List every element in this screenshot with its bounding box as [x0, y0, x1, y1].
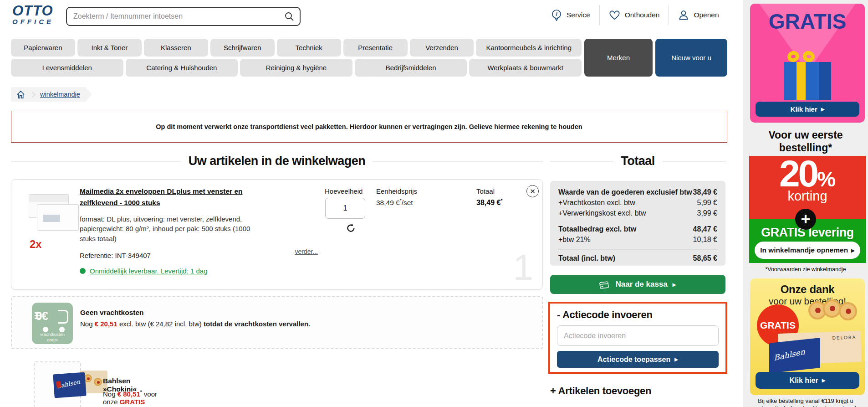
nav-row-2: Levensmiddelen Catering & Huishouden Rei… — [11, 59, 582, 77]
totals-heading: Totaal — [621, 154, 655, 168]
discount-word: korting — [749, 189, 866, 204]
free-shipping-banner: 0€ vrachtkostengratis Geen vrachtkosten … — [11, 296, 543, 349]
nav-klasseren[interactable]: Klasseren — [144, 39, 208, 57]
checkout-button[interactable]: Naar de kassa ▶ — [550, 275, 725, 294]
otto-office-logo[interactable]: OTTO OFFICE — [12, 4, 54, 26]
product-reference: Referentie: INT-349407 — [80, 252, 151, 259]
first-order-text: Voor uw eerste bestelling* — [743, 129, 868, 154]
totals-row: +Verwerkingskost excl. btw3,99 € — [558, 208, 717, 218]
add-offer-to-cart-button[interactable]: In winkelmandje opnemen ▶ — [755, 242, 860, 259]
refresh-icon[interactable] — [346, 223, 356, 233]
banner1-cta-button[interactable]: Klik hier ▶ — [756, 102, 859, 117]
availability-link[interactable]: Onmiddellijk leverbaar. Levertijd: 1 dag — [90, 267, 207, 275]
amount-remaining: € 20,51 — [95, 320, 117, 328]
cart-item-card: 2x Mailmedia 2x enveloppen DLplus met ve… — [11, 179, 543, 290]
nav-werkplaats[interactable]: Werkplaats & bouwmarkt — [469, 59, 582, 77]
checkout-label: Naar de kassa — [615, 280, 667, 289]
arrow-icon: ▶ — [673, 282, 676, 287]
totals-row: Waarde van de goederen exclusief btw38,4… — [558, 187, 717, 197]
unit-price-value: 38,49 €*/set — [376, 198, 417, 207]
product-title-link[interactable]: Mailmedia 2x enveloppen DLplus met venst… — [80, 186, 262, 209]
gift-promo-text: Nog € 80,51* voor onze GRATIS DANKJEWEL … — [103, 390, 158, 407]
availability-row: Onmiddellijk leverbaar. Levertijd: 1 dag — [80, 267, 207, 275]
nav-levensmiddelen[interactable]: Levensmiddelen — [11, 59, 123, 77]
breadcrumb-separator — [30, 92, 36, 98]
truck-icon: 0€ vrachtkostengratis — [32, 303, 73, 344]
nav-catering[interactable]: Catering & Huishouden — [126, 59, 238, 77]
info-icon: i — [551, 9, 562, 21]
openen-label: Openen — [694, 11, 719, 19]
product-info: Mailmedia 2x enveloppen DLplus met venst… — [80, 186, 262, 244]
svg-text:i: i — [556, 11, 557, 17]
card-icon — [599, 280, 610, 289]
plus-icon: + — [795, 209, 816, 230]
breadcrumb: winkelmandje — [11, 87, 92, 102]
logo-line2: OFFICE — [12, 18, 54, 26]
search-icon[interactable] — [284, 11, 294, 21]
actiecode-apply-button[interactable]: Actiecode toepassen ▶ — [557, 351, 719, 368]
transport-alert: Op dit moment verwerkt onze transportdie… — [11, 111, 727, 143]
bahlsen-box-graphic: Bahlsen — [769, 338, 820, 373]
heart-icon — [609, 10, 620, 20]
banner2-cta-button[interactable]: Klik hier ▶ — [756, 372, 859, 389]
nav-kantoormeubels[interactable]: Kantoormeubels & inrichting — [476, 39, 582, 57]
totals-box: Waarde van de goederen exclusief btw38,4… — [550, 181, 725, 266]
home-icon[interactable] — [16, 90, 25, 99]
discount-value: 20% — [749, 156, 866, 191]
bahlsen-product-image: Bahlsen — [54, 370, 107, 400]
unit-price-column: Eenheidsprijs 38,49 €*/set — [376, 187, 417, 207]
zero-euro-label: 0€ — [36, 309, 48, 323]
cookie-graphic — [839, 302, 857, 320]
breadcrumb-current[interactable]: winkelmandje — [40, 91, 80, 98]
close-icon: ✕ — [530, 187, 536, 196]
product-image[interactable] — [27, 194, 81, 236]
remove-item-button[interactable]: ✕ — [526, 185, 539, 197]
nav-techniek[interactable]: Techniek — [277, 39, 341, 57]
page: OTTO OFFICE i Service — [0, 0, 868, 407]
cart-heading-row: Uw artikelen in de winkelwagen — [11, 154, 543, 168]
totals-grand-row: Totaal (incl. btw)58,65 € — [558, 253, 717, 263]
nav-categories: Papierwaren Inkt & Toner Klasseren Schri… — [11, 39, 582, 77]
header-links: i Service Onthouden Openen — [542, 5, 728, 25]
unit-price-label: Eenheidsprijs — [376, 187, 417, 195]
nav-reiniging[interactable]: Reiniging & hygiëne — [240, 59, 352, 77]
cart-heading: Uw artikelen in de winkelwagen — [189, 154, 366, 168]
openen-link[interactable]: Openen — [669, 10, 728, 21]
totals-divider — [558, 249, 717, 249]
quantity-column: Hoeveelheid — [325, 187, 366, 235]
quantity-label: Hoeveelheid — [325, 187, 366, 195]
promo-sidebar: GRATIS Klik hier ▶ Voor uw eerste bestel… — [743, 0, 868, 407]
service-link[interactable]: i Service — [542, 9, 599, 21]
arrow-icon: ▶ — [822, 378, 826, 383]
nav-merken[interactable]: Merken — [584, 39, 653, 77]
nav-bedrijfsmiddelen[interactable]: Bedrijfsmiddelen — [355, 59, 467, 77]
more-link[interactable]: verder... — [266, 248, 318, 255]
actiecode-input[interactable] — [557, 325, 719, 346]
nav-papierwaren[interactable]: Papierwaren — [11, 39, 75, 57]
quantity-input[interactable] — [325, 198, 365, 219]
nav-presentatie[interactable]: Presentatie — [343, 39, 408, 57]
cookie-graphic — [823, 299, 841, 318]
nav-inkt-toner[interactable]: Inkt & Toner — [77, 39, 142, 57]
search-input[interactable] — [67, 12, 284, 21]
add-articles-toggle[interactable]: + Artikelen toevoegen — [550, 385, 651, 397]
arrow-icon: ▶ — [821, 107, 825, 112]
nav-nieuw-voor-u[interactable]: Nieuw voor u — [655, 39, 727, 77]
gratis-headline: GRATIS — [750, 9, 865, 34]
nav-row-1: Papierwaren Inkt & Toner Klasseren Schri… — [11, 39, 582, 57]
product-description: formaat: DL plus, uitvoering: met venste… — [80, 214, 262, 244]
cookies-banner[interactable]: Onze dank voor uw bestelling! GRATIS DEL… — [750, 278, 865, 395]
arrow-icon: ▶ — [674, 357, 678, 362]
alert-text: Op dit moment verwerkt onze transportdie… — [156, 123, 582, 130]
gift-promo-banner: Bahlsen Bahlsen »Chokini« Nog € 80,51* v… — [34, 361, 81, 407]
actiecode-heading[interactable]: - Actiecode invoeren — [557, 309, 719, 321]
stock-dot-icon — [80, 268, 86, 274]
nav-schrijfwaren[interactable]: Schrijfwaren — [210, 39, 275, 57]
conditions-note: *Voorwaarden zie winkelmandje — [743, 266, 868, 273]
gratis-banner[interactable]: GRATIS Klik hier ▶ — [750, 4, 865, 123]
onthouden-link[interactable]: Onthouden — [600, 10, 669, 20]
gift-graphic — [784, 55, 831, 100]
nav-verzenden[interactable]: Verzenden — [410, 39, 474, 57]
quantity-badge: 2x — [30, 238, 42, 251]
row-index-watermark: 1 — [513, 247, 534, 289]
